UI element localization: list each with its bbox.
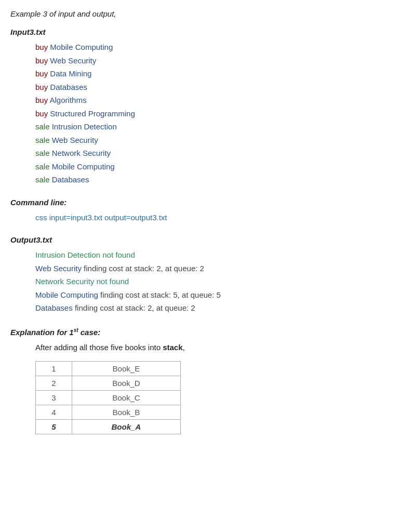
output-line-1: Intrusion Detection not found: [35, 248, 387, 262]
explanation-text-after: ,: [183, 343, 185, 352]
command-line-text: css input=input3.txt output=output3.txt: [35, 211, 387, 224]
keyword-buy-6: buy: [35, 109, 48, 118]
output-section-title: Output3.txt: [10, 235, 387, 244]
book-title-6: Structured Programming: [50, 109, 135, 118]
keyword-buy-2: buy: [35, 56, 48, 65]
input-line-4: buy Databases: [35, 81, 387, 94]
table-cell-num-4: 4: [36, 405, 72, 420]
explanation-text: After adding all those five books into: [35, 343, 163, 352]
table-row-5: 5 Book_A: [36, 420, 181, 434]
input-line-10: sale Mobile Computing: [35, 160, 387, 174]
input-line-3: buy Data Mining: [35, 67, 387, 81]
output-highlight-5: Databases: [35, 303, 73, 312]
input-line-7: sale Intrusion Detection: [35, 120, 387, 134]
input-line-11: sale Databases: [35, 173, 387, 187]
output-line-4: Mobile Computing finding cost at stack: …: [35, 288, 387, 302]
table-cell-num-1: 1: [36, 362, 72, 376]
table-row-4: 4 Book_B: [36, 405, 181, 420]
output-lines-block: Intrusion Detection not found Web Securi…: [10, 248, 387, 315]
keyword-sale-4: sale: [35, 162, 50, 171]
table-cell-num-3: 3: [36, 391, 72, 405]
keyword-buy-4: buy: [35, 83, 48, 91]
book-title-10: Mobile Computing: [52, 162, 115, 171]
output-line-2: Web Security finding cost at stack: 2, a…: [35, 262, 387, 275]
input-lines-block: buy Mobile Computing buy Web Security bu…: [10, 41, 387, 187]
output-finding-4: finding cost at stack: 5, at queue: 5: [100, 290, 221, 299]
input-line-5: buy Algorithms: [35, 94, 387, 107]
book-title-9: Network Security: [52, 149, 111, 157]
keyword-buy-3: buy: [35, 69, 48, 78]
keyword-sale-3: sale: [35, 149, 50, 157]
output-not-found-1: Intrusion Detection not found: [35, 250, 135, 259]
book-title-8: Web Security: [52, 136, 98, 144]
table-row-3: 3 Book_C: [36, 391, 181, 405]
table-cell-num-5: 5: [36, 420, 72, 434]
keyword-buy-1: buy: [35, 43, 48, 51]
input-line-6: buy Structured Programming: [35, 107, 387, 121]
table-cell-num-2: 2: [36, 376, 72, 391]
keyword-sale-5: sale: [35, 175, 50, 184]
table-row-2: 2 Book_D: [36, 376, 181, 391]
book-title-11: Databases: [52, 175, 89, 184]
output-line-5: Databases finding cost at stack: 2, at q…: [35, 301, 387, 315]
table-cell-name-5: Book_A: [72, 420, 180, 434]
explanation-sup: st: [74, 327, 78, 333]
output-highlight-2: Web Security: [35, 264, 82, 273]
keyword-sale-2: sale: [35, 136, 50, 144]
book-title-5: Algorithms: [50, 96, 87, 104]
output-not-found-3: Network Security not found: [35, 277, 129, 286]
book-title-2: Web Security: [50, 56, 96, 65]
explanation-bold-word: stack: [163, 343, 182, 352]
output-line-3: Network Security not found: [35, 275, 387, 288]
explanation-text-block: After adding all those five books into s…: [10, 341, 387, 354]
output-finding-5: finding cost at stack: 2, at queue: 2: [75, 303, 195, 312]
explanation-title: Explanation for 1st case:: [10, 327, 387, 337]
book-title-1: Mobile Computing: [50, 43, 113, 51]
keyword-buy-5: buy: [35, 96, 48, 104]
table-cell-name-3: Book_C: [72, 391, 180, 405]
book-title-4: Databases: [50, 83, 87, 91]
command-section-title: Command line:: [10, 198, 387, 207]
table-cell-name-4: Book_B: [72, 405, 180, 420]
example-header: Example 3 of input and output,: [10, 9, 387, 18]
output-highlight-4: Mobile Computing: [35, 290, 98, 299]
stack-table: 1 Book_E 2 Book_D 3 Book_C 4 Book_B 5 Bo…: [35, 361, 181, 434]
input-line-8: sale Web Security: [35, 134, 387, 147]
book-title-7: Intrusion Detection: [52, 122, 117, 131]
input-section-title: Input3.txt: [10, 28, 387, 36]
output-finding-2: finding cost at stack: 2, at queue: 2: [84, 264, 204, 273]
keyword-sale-1: sale: [35, 122, 50, 131]
input-line-9: sale Network Security: [35, 147, 387, 160]
book-title-3: Data Mining: [50, 69, 91, 78]
input-line-2: buy Web Security: [35, 54, 387, 68]
table-cell-name-2: Book_D: [72, 376, 180, 391]
table-row-1: 1 Book_E: [36, 362, 181, 376]
input-line-1: buy Mobile Computing: [35, 41, 387, 54]
command-line-block: css input=input3.txt output=output3.txt: [10, 211, 387, 224]
table-cell-name-1: Book_E: [72, 362, 180, 376]
